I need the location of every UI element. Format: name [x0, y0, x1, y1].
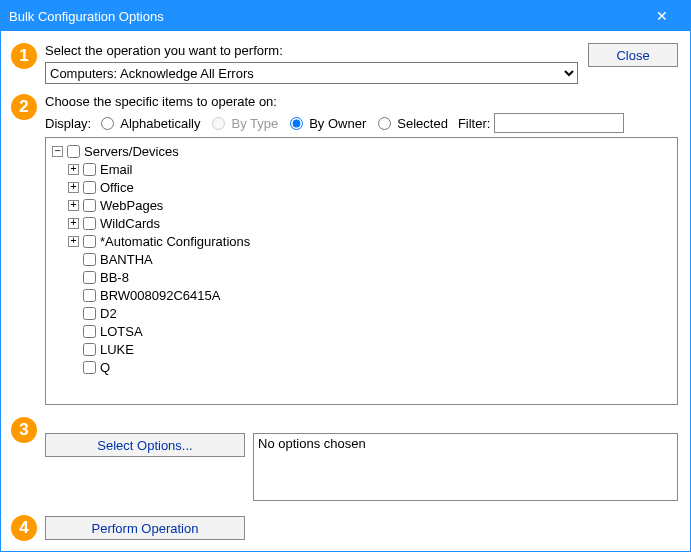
tree-leaf-label[interactable]: LOTSA: [100, 324, 143, 339]
tree-leaf-label[interactable]: D2: [100, 306, 117, 321]
tree-group-label[interactable]: Email: [100, 162, 133, 177]
tree-checkbox[interactable]: [83, 343, 96, 356]
step-4-row: 4 Perform Operation: [11, 515, 678, 541]
tree-checkbox[interactable]: [83, 217, 96, 230]
select-options-button[interactable]: Select Options...: [45, 433, 245, 457]
tree-group-label[interactable]: Office: [100, 180, 134, 195]
radio-byowner-label[interactable]: By Owner: [309, 116, 366, 131]
display-filter-row: Display: Alphabetically By Type By Owner…: [45, 113, 678, 133]
tree-checkbox[interactable]: [83, 361, 96, 374]
tree-leaf[interactable]: BB-8: [52, 268, 671, 286]
expand-icon[interactable]: +: [68, 182, 79, 193]
expand-icon[interactable]: +: [68, 164, 79, 175]
tree-leaf-label[interactable]: LUKE: [100, 342, 134, 357]
tree-checkbox[interactable]: [83, 181, 96, 194]
tree-group-label[interactable]: WildCards: [100, 216, 160, 231]
step-badge-3: 3: [11, 417, 37, 443]
tree-checkbox[interactable]: [83, 163, 96, 176]
tree-checkbox[interactable]: [83, 325, 96, 338]
tree-leaf[interactable]: BANTHA: [52, 250, 671, 268]
tree-root[interactable]: − Servers/Devices: [52, 142, 671, 160]
radio-bytype: [212, 117, 225, 130]
tree-leaf[interactable]: LOTSA: [52, 322, 671, 340]
filter-input[interactable]: [494, 113, 624, 133]
collapse-icon[interactable]: −: [52, 146, 63, 157]
tree-leaf[interactable]: Q: [52, 358, 671, 376]
tree-leaf-label[interactable]: BB-8: [100, 270, 129, 285]
tree-checkbox[interactable]: [83, 289, 96, 302]
tree-checkbox[interactable]: [83, 253, 96, 266]
tree-checkbox[interactable]: [83, 307, 96, 320]
tree-checkbox[interactable]: [83, 235, 96, 248]
items-tree[interactable]: − Servers/Devices + Email + Office +: [45, 137, 678, 405]
tree-leaf-label[interactable]: Q: [100, 360, 110, 375]
filter-label: Filter:: [458, 116, 491, 131]
tree-group-label[interactable]: *Automatic Configurations: [100, 234, 250, 249]
tree-group[interactable]: + *Automatic Configurations: [52, 232, 671, 250]
step-1-label: Select the operation you want to perform…: [45, 43, 578, 58]
titlebar: Bulk Configuration Options ✕: [1, 1, 690, 31]
window-title: Bulk Configuration Options: [9, 9, 164, 24]
expand-icon[interactable]: +: [68, 200, 79, 211]
tree-group[interactable]: + WebPages: [52, 196, 671, 214]
step-2-row: 2 Choose the specific items to operate o…: [11, 94, 678, 405]
tree-leaf[interactable]: BRW008092C6415A: [52, 286, 671, 304]
tree-leaf-label[interactable]: BRW008092C6415A: [100, 288, 220, 303]
tree-checkbox[interactable]: [83, 199, 96, 212]
dialog-content: 1 Select the operation you want to perfo…: [1, 31, 690, 552]
radio-selected-label[interactable]: Selected: [397, 116, 448, 131]
tree-group[interactable]: + WildCards: [52, 214, 671, 232]
perform-operation-button[interactable]: Perform Operation: [45, 516, 245, 540]
radio-alphabetically-label[interactable]: Alphabetically: [120, 116, 200, 131]
tree-root-label[interactable]: Servers/Devices: [84, 144, 179, 159]
radio-selected[interactable]: [378, 117, 391, 130]
tree-group[interactable]: + Email: [52, 160, 671, 178]
tree-leaf[interactable]: LUKE: [52, 340, 671, 358]
tree-leaf[interactable]: D2: [52, 304, 671, 322]
tree-group-label[interactable]: WebPages: [100, 198, 163, 213]
close-button[interactable]: Close: [588, 43, 678, 67]
tree-checkbox[interactable]: [83, 271, 96, 284]
tree-checkbox[interactable]: [67, 145, 80, 158]
options-display: No options chosen: [253, 433, 678, 501]
close-icon[interactable]: ✕: [642, 1, 682, 31]
step-badge-1: 1: [11, 43, 37, 69]
expand-icon[interactable]: +: [68, 236, 79, 247]
tree-leaf-label[interactable]: BANTHA: [100, 252, 153, 267]
step-1-row: 1 Select the operation you want to perfo…: [11, 43, 678, 84]
radio-alphabetically[interactable]: [101, 117, 114, 130]
display-label: Display:: [45, 116, 91, 131]
operation-select[interactable]: Computers: Acknowledge All Errors: [45, 62, 578, 84]
step-badge-4: 4: [11, 515, 37, 541]
expand-icon[interactable]: +: [68, 218, 79, 229]
tree-group[interactable]: + Office: [52, 178, 671, 196]
step-2-label: Choose the specific items to operate on:: [45, 94, 678, 109]
radio-byowner[interactable]: [290, 117, 303, 130]
radio-bytype-label: By Type: [231, 116, 278, 131]
step-3-row: 3 Select Options... No options chosen: [11, 417, 678, 501]
step-badge-2: 2: [11, 94, 37, 120]
